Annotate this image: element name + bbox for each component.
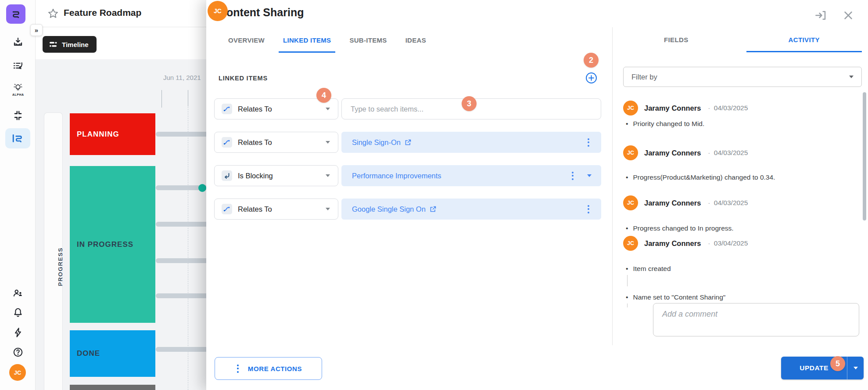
expand-row-chevron-icon[interactable] bbox=[587, 174, 592, 177]
activity-scrollbar-thumb[interactable] bbox=[863, 92, 866, 220]
timeline-tick bbox=[188, 90, 188, 106]
ideas-alpha-icon[interactable]: ALPHA bbox=[12, 83, 24, 94]
chevron-down-icon bbox=[326, 208, 330, 210]
activity-entry-header: JC Jaramy Conners 04/03/2025 bbox=[623, 145, 748, 160]
lane-label: DONE bbox=[77, 349, 100, 358]
close-icon[interactable] bbox=[842, 9, 855, 22]
timeline-date-label: Jun 11, 2021 bbox=[163, 74, 201, 81]
gantt-bar[interactable] bbox=[156, 222, 211, 227]
gantt-bar[interactable] bbox=[156, 258, 211, 263]
activity-item: Name set to "Content Sharing" bbox=[626, 293, 725, 301]
app-screen: Feature Roadmap Timeline Jun 11, 2021 PR… bbox=[0, 0, 868, 390]
row-menu-kebab-icon[interactable] bbox=[570, 170, 576, 182]
sidebar-item-roadmap-active[interactable] bbox=[5, 128, 30, 148]
timeline-tick bbox=[161, 90, 162, 108]
tab-fields[interactable]: FIELDS bbox=[612, 27, 740, 52]
tab-linked-items[interactable]: LINKED ITEMS bbox=[283, 27, 331, 53]
avatar: JC bbox=[623, 195, 638, 210]
activity-item: Progress(Product&Marketing) changed to 0… bbox=[626, 173, 775, 181]
item-title: Content Sharing bbox=[219, 6, 304, 19]
tab-overview[interactable]: OVERVIEW bbox=[228, 27, 265, 53]
row-menu-kebab-icon[interactable] bbox=[585, 137, 592, 148]
more-actions-button[interactable]: MORE ACTIONS bbox=[215, 357, 322, 380]
gantt-progress-dot[interactable] bbox=[198, 184, 206, 192]
panel-divider bbox=[612, 27, 613, 345]
lane-planning[interactable]: PLANNING bbox=[70, 113, 155, 155]
activity-entry-header: JC Jaramy Conners 03/04/2025 bbox=[623, 236, 748, 251]
avatar-initials: JC bbox=[627, 150, 634, 156]
more-actions-label: MORE ACTIONS bbox=[248, 365, 302, 372]
gantt-bar[interactable] bbox=[156, 347, 211, 352]
more-actions-kebab-icon bbox=[235, 363, 241, 375]
update-label: UPDATE bbox=[800, 364, 829, 372]
avatar: JC bbox=[623, 145, 638, 160]
linked-item-name: Performance Improvements bbox=[352, 172, 441, 180]
add-comment-input[interactable] bbox=[653, 303, 859, 336]
open-full-view-icon[interactable] bbox=[814, 9, 827, 22]
activity-item-text: Progress(Product&Marketing) changed to 0… bbox=[633, 173, 775, 181]
annotation-badge-5: 5 bbox=[830, 356, 845, 371]
avatar-initials: JC bbox=[627, 200, 634, 206]
chevron-down-icon bbox=[326, 174, 330, 177]
activity-user: Jaramy Conners bbox=[644, 199, 701, 207]
notifications-bell-icon[interactable] bbox=[12, 307, 24, 318]
automations-bolt-icon[interactable] bbox=[12, 327, 24, 338]
linked-items-section-label: LINKED ITEMS bbox=[219, 75, 268, 82]
app-logo[interactable] bbox=[6, 4, 25, 24]
external-link-icon bbox=[430, 206, 437, 213]
comment-field-wrap bbox=[653, 303, 859, 336]
linked-item-row: Google Single Sign On bbox=[341, 199, 601, 220]
lane-extra[interactable] bbox=[70, 385, 155, 390]
linked-item-name: Google Single Sign On bbox=[352, 205, 426, 213]
row-menu-kebab-icon[interactable] bbox=[585, 203, 592, 215]
activity-user: Jaramy Conners bbox=[644, 149, 701, 157]
add-linked-item-button[interactable] bbox=[585, 72, 597, 84]
filter-value: Filter by bbox=[631, 73, 657, 81]
chevron-down-icon bbox=[326, 141, 330, 144]
linked-item-link[interactable]: Google Single Sign On bbox=[352, 205, 437, 213]
tab-sub-items[interactable]: SUB-ITEMS bbox=[349, 27, 387, 53]
tab-activity[interactable]: ACTIVITY bbox=[740, 27, 868, 52]
activity-item: Item created bbox=[626, 265, 671, 273]
activity-filter-dropdown[interactable]: Filter by bbox=[623, 67, 862, 87]
app-logo-icon bbox=[10, 8, 22, 20]
sidebar-expand-button[interactable]: » bbox=[30, 24, 43, 36]
user-avatar[interactable]: JC bbox=[9, 364, 26, 381]
avatar-initials: JC bbox=[627, 105, 634, 111]
roadmap-icon bbox=[12, 133, 24, 144]
relation-value: Relates To bbox=[238, 105, 272, 113]
backlog-icon[interactable] bbox=[12, 60, 24, 72]
chevron-down-icon bbox=[849, 76, 854, 78]
gantt-bar[interactable] bbox=[156, 132, 211, 137]
linked-item-link[interactable]: Performance Improvements bbox=[352, 172, 441, 180]
expand-chevrons: » bbox=[35, 26, 38, 34]
linked-item-link[interactable]: Single Sign-On bbox=[352, 138, 412, 147]
item-detail-panel: Content Sharing OVERVIEW LINKED ITEMS SU… bbox=[206, 0, 868, 390]
activity-entry-header: JC Jaramy Conners 04/03/2025 bbox=[623, 195, 748, 210]
external-link-icon bbox=[405, 139, 412, 146]
chevron-down-icon bbox=[326, 108, 330, 110]
lane-done[interactable]: DONE bbox=[70, 330, 155, 377]
relation-dropdown[interactable]: Is Blocking bbox=[214, 165, 338, 186]
integrations-icon[interactable] bbox=[12, 110, 24, 121]
relation-dropdown[interactable]: Relates To bbox=[214, 132, 338, 153]
update-split-button: UPDATE bbox=[781, 357, 864, 379]
relation-dropdown[interactable]: Relates To bbox=[214, 199, 338, 220]
gantt-bar[interactable] bbox=[156, 293, 211, 298]
update-menu-button[interactable] bbox=[847, 357, 864, 379]
activity-item: Progress changed to In progress. bbox=[626, 224, 734, 232]
progress-axis-panel: PROGRESS bbox=[44, 112, 63, 390]
annotation-badge-4: 4 bbox=[316, 88, 331, 103]
members-icon[interactable] bbox=[12, 288, 24, 299]
tab-ideas[interactable]: IDEAS bbox=[405, 27, 426, 53]
comment-avatar: JC bbox=[208, 1, 228, 21]
linked-item-name: Single Sign-On bbox=[352, 138, 401, 147]
timeline-view-button[interactable]: Timeline bbox=[43, 36, 97, 53]
lane-in-progress[interactable]: IN PROGRESS bbox=[70, 166, 155, 323]
activity-entry-header: JC Jaramy Conners 04/03/2025 bbox=[623, 101, 748, 116]
import-icon[interactable] bbox=[12, 36, 24, 48]
help-icon[interactable] bbox=[12, 347, 24, 358]
side-tabs: FIELDS ACTIVITY bbox=[612, 27, 868, 52]
favorite-star-icon[interactable] bbox=[47, 7, 59, 20]
avatar: JC bbox=[623, 101, 638, 116]
